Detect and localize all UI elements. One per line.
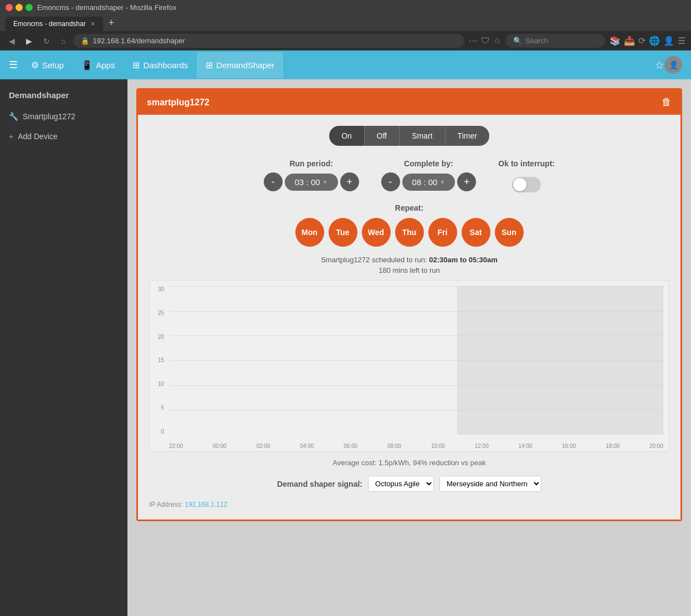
- chart-bars: [169, 286, 663, 435]
- reload-button[interactable]: ↻: [40, 35, 53, 47]
- browser-chrome: Emoncms - demandshaper - Mozilla Firefox…: [0, 0, 691, 50]
- back-button[interactable]: ◀: [6, 35, 18, 47]
- active-tab[interactable]: Emoncms - demandshar ✕: [6, 17, 103, 31]
- browser-title: Emoncms - demandshaper - Mozilla Firefox: [37, 3, 176, 12]
- day-thu-button[interactable]: Thu: [395, 218, 424, 247]
- run-period-plus[interactable]: +: [340, 172, 359, 191]
- day-sun-button[interactable]: Sun: [495, 218, 524, 247]
- ok-to-interrupt-label: Ok to interrupt:: [498, 159, 555, 168]
- y-label-0: 0: [161, 429, 164, 435]
- mode-off-button[interactable]: Off: [365, 126, 400, 146]
- run-period-minus[interactable]: -: [264, 172, 283, 191]
- nav-apps[interactable]: 📱 Apps: [73, 52, 124, 78]
- mins-left: 180 mins left to run: [149, 266, 669, 274]
- bookmarks-icon[interactable]: ⋯: [469, 35, 478, 46]
- day-wed-button[interactable]: Wed: [362, 218, 391, 247]
- home-button[interactable]: ⌂: [58, 35, 69, 47]
- complete-by-group: Complete by: - 08 : 00 ▼ +: [381, 159, 477, 191]
- tab-close-icon[interactable]: ✕: [90, 21, 95, 28]
- day-fri-button[interactable]: Fri: [428, 218, 457, 247]
- pocket-icon[interactable]: 📥: [624, 35, 635, 46]
- search-bar[interactable]: 🔍 Search: [505, 34, 605, 48]
- right-toolbar: 📚 📥 ⟳ 🌐 👤 ☰: [610, 35, 685, 46]
- dashboards-label: Dashboards: [143, 60, 188, 70]
- setup-icon: ⚙: [31, 60, 39, 70]
- hamburger-icon[interactable]: ☰: [9, 59, 18, 71]
- setup-label: Setup: [42, 60, 64, 70]
- x-label-00: 00:00: [213, 443, 227, 449]
- content-area: smartplug1272 🗑 On Off Smart Timer Run p…: [127, 79, 691, 616]
- search-icon: 🔍: [513, 37, 522, 45]
- sidebar-icon[interactable]: 📚: [610, 35, 621, 46]
- ip-label: IP Address:: [149, 501, 183, 508]
- app-navbar: ☰ ⚙ Setup 📱 Apps ⊞ Dashboards ⊞ DemandSh…: [0, 50, 691, 79]
- day-sat-button[interactable]: Sat: [462, 218, 490, 247]
- new-tab-button[interactable]: +: [104, 15, 119, 31]
- demand-shaper-label: Demand shaper signal:: [277, 480, 362, 488]
- y-label-30: 30: [158, 286, 164, 292]
- sidebar-title: Demandshaper: [0, 79, 127, 106]
- user-avatar[interactable]: 👤: [664, 56, 682, 74]
- complete-by-minus[interactable]: -: [381, 172, 400, 191]
- sync-icon[interactable]: ⟳: [638, 35, 646, 46]
- sidebar-item-add-device[interactable]: + Add Device: [0, 126, 127, 146]
- x-label-14: 14:00: [519, 443, 533, 449]
- bookmark-star-icon[interactable]: ☆: [654, 58, 664, 72]
- ip-address: IP Address: 192.168.1.112: [149, 501, 669, 508]
- y-label-25: 25: [158, 310, 164, 316]
- mode-smart-button[interactable]: Smart: [400, 126, 445, 146]
- delete-icon[interactable]: 🗑: [662, 96, 672, 108]
- schedule-prefix: Smartplug1272 scheduled to run:: [321, 256, 429, 264]
- day-mon-button[interactable]: Mon: [295, 218, 324, 247]
- chart-x-labels: 22:00 00:00 02:00 04:00 06:00 08:00 10:0…: [169, 443, 663, 449]
- complete-by-control: - 08 : 00 ▼ +: [381, 172, 477, 191]
- address-bar: ◀ ▶ ↻ ⌂ 🔒 192.168.1.64/demandshaper ⋯ 🛡 …: [0, 31, 691, 50]
- nav-setup[interactable]: ⚙ Setup: [22, 52, 73, 78]
- complete-by-plus[interactable]: +: [457, 172, 476, 191]
- day-tue-button[interactable]: Tue: [329, 218, 357, 247]
- toggle-knob: [513, 178, 526, 191]
- ip-link[interactable]: 192.168.1.112: [185, 501, 228, 508]
- forward-button[interactable]: ▶: [23, 35, 35, 47]
- menu-icon[interactable]: ☰: [678, 35, 685, 46]
- shield-icon[interactable]: 🛡: [481, 36, 490, 46]
- complete-by-display: 08 : 00 ▼: [402, 174, 455, 191]
- run-period-display: 03 : 00 ▼: [285, 174, 338, 191]
- run-period-arrow: ▼: [323, 179, 328, 185]
- search-placeholder: Search: [525, 37, 548, 45]
- x-label-16: 16:00: [562, 443, 576, 449]
- maximize-button[interactable]: [25, 4, 33, 11]
- y-label-5: 5: [161, 405, 164, 411]
- minimize-button[interactable]: [16, 4, 23, 11]
- profile-icon[interactable]: 👤: [663, 35, 674, 46]
- demand-region-select[interactable]: Merseyside and Northern Other: [439, 476, 541, 492]
- demandshaper-label: DemandShaper: [216, 60, 274, 70]
- close-button[interactable]: [6, 4, 13, 11]
- mode-on-button[interactable]: On: [329, 126, 365, 146]
- x-label-20: 20:00: [649, 443, 663, 449]
- complete-by-label: Complete by:: [381, 159, 477, 168]
- nav-demandshaper[interactable]: ⊞ DemandShaper: [197, 52, 283, 78]
- url-bar[interactable]: 🔒 192.168.1.64/demandshaper: [73, 34, 464, 48]
- demandshaper-icon: ⊞: [206, 60, 213, 70]
- sidebar: Demandshaper 🔧 Smartplug1272 + Add Devic…: [0, 79, 127, 616]
- sidebar-item-add-device-label: Add Device: [18, 132, 58, 141]
- title-bar: Emoncms - demandshaper - Mozilla Firefox: [0, 0, 691, 15]
- x-label-10: 10:00: [431, 443, 445, 449]
- mode-timer-button[interactable]: Timer: [446, 126, 489, 146]
- x-label-08: 08:00: [387, 443, 401, 449]
- repeat-label: Repeat:: [149, 203, 669, 212]
- y-label-10: 10: [158, 381, 164, 387]
- run-period-value: 03 : 00: [295, 177, 320, 187]
- plus-icon: +: [9, 132, 13, 141]
- nav-dashboards[interactable]: ⊞ Dashboards: [124, 52, 197, 78]
- wrench-icon: 🔧: [9, 112, 18, 121]
- sidebar-item-smartplug[interactable]: 🔧 Smartplug1272: [0, 106, 127, 126]
- star-icon[interactable]: ☆: [493, 35, 501, 46]
- cost-info: Average cost: 1.5p/kWh, 94% reduction vs…: [149, 459, 669, 467]
- demand-shaper-select[interactable]: Octopus Agile Other: [368, 476, 434, 492]
- ok-to-interrupt-toggle[interactable]: [512, 177, 541, 192]
- traffic-lights: [6, 4, 33, 11]
- device-header: smartplug1272 🗑: [138, 90, 680, 115]
- addon-icon[interactable]: 🌐: [649, 35, 660, 46]
